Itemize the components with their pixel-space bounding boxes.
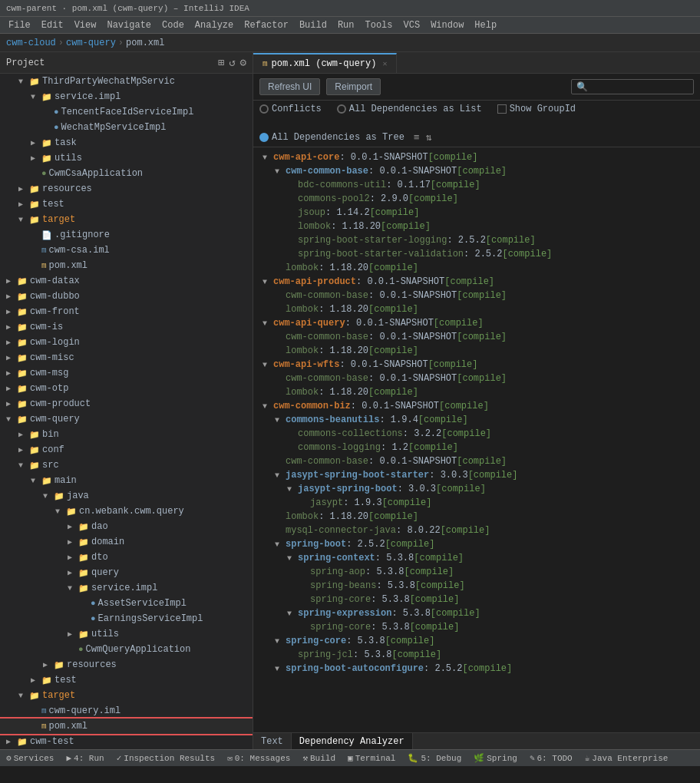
tree-arrow[interactable]: ▼ (31, 93, 41, 101)
tree-item[interactable]: ●WechatMpServiceImpl (0, 120, 253, 135)
dep-tree-item[interactable]: ▼cwm-api-core: 0.0.1-SNAPSHOT [compile] (253, 150, 700, 164)
dep-tree-item[interactable]: bdc-commons-util: 0.1.17 [compile] (253, 178, 700, 192)
dep-arrow[interactable]: ▼ (275, 167, 286, 176)
tree-item[interactable]: ▼📁target (0, 212, 253, 227)
dep-tree-item[interactable]: lombok: 1.18.20 [compile] (253, 344, 700, 358)
refresh-ui-button[interactable]: Refresh UI (259, 78, 320, 95)
tree-arrow[interactable]: ▶ (6, 737, 17, 746)
dep-arrow[interactable]: ▼ (262, 402, 273, 411)
menu-item-refactor[interactable]: Refactor (239, 18, 294, 32)
statusbar-item-inspection[interactable]: ✓Inspection Results (117, 753, 215, 763)
dep-tree-item[interactable]: spring-core: 5.3.8 [compile] (253, 620, 700, 634)
conflicts-radio[interactable] (259, 104, 269, 114)
gear-icon[interactable]: ⚙ (240, 56, 246, 69)
tree-item[interactable]: ▶📁resources (0, 657, 253, 672)
dep-tree-item[interactable]: ▼spring-core: 5.3.8 [compile] (253, 634, 700, 648)
dep-tree-item[interactable]: ▼spring-context: 5.3.8 [compile] (253, 551, 700, 565)
tab-pom-xml[interactable]: m pom.xml (cwm-query) ✕ (253, 53, 397, 73)
statusbar-item-todo[interactable]: ✎6: TODO (530, 753, 573, 763)
tree-arrow[interactable]: ▼ (18, 216, 29, 224)
tree-arrow[interactable]: ▶ (18, 200, 29, 209)
menu-item-edit[interactable]: Edit (36, 18, 69, 32)
show-group-id-checkbox[interactable] (497, 104, 507, 114)
tree-arrow[interactable]: ▼ (18, 692, 29, 700)
dep-arrow[interactable]: ▼ (275, 540, 286, 549)
tree-item[interactable]: mpom.xml (0, 719, 253, 734)
tree-arrow[interactable]: ▶ (6, 292, 17, 301)
dep-tree-item[interactable]: lombok: 1.18.20 [compile] (253, 385, 700, 399)
dep-arrow[interactable]: ▼ (287, 610, 298, 618)
tree-arrow[interactable]: ▼ (31, 477, 41, 485)
tree-arrow[interactable]: ▶ (31, 676, 41, 685)
all-as-tree-option[interactable]: All Dependencies as Tree ≡ ⇅ (259, 131, 694, 144)
tree-arrow[interactable]: ▶ (68, 568, 78, 577)
dep-tree-item[interactable]: cwm-common-base: 0.0.1-SNAPSHOT [compile… (253, 454, 700, 468)
tree-arrow[interactable]: ▼ (18, 78, 29, 86)
statusbar-item-build[interactable]: ⚒Build (302, 753, 335, 763)
tree-arrow[interactable]: ▶ (6, 368, 17, 378)
tree-item[interactable]: ▶📁conf (0, 442, 253, 458)
tab-close-button[interactable]: ✕ (382, 59, 387, 68)
filter-icon-1[interactable]: ≡ (414, 132, 420, 144)
statusbar-item-java-enterprise[interactable]: ☕Java Enterprise (585, 753, 669, 763)
statusbar-item-messages[interactable]: ✉0: Messages (227, 753, 290, 763)
search-input[interactable] (571, 79, 694, 94)
tree-item[interactable]: ▶📁cwm-dubbo (0, 289, 253, 304)
dep-arrow[interactable]: ▼ (275, 471, 286, 480)
dep-tree-item[interactable]: jsoup: 1.14.2 [compile] (253, 206, 700, 220)
tree-item[interactable]: ▼📁cn.webank.cwm.query (0, 504, 253, 519)
dep-tree-item[interactable]: ▼spring-boot: 2.5.2 [compile] (253, 537, 700, 551)
dep-tree-item[interactable]: spring-boot-starter-logging: 2.5.2 [comp… (253, 233, 700, 247)
tree-arrow[interactable]: ▼ (55, 507, 66, 516)
tree-arrow[interactable]: ▶ (18, 445, 29, 454)
dep-arrow[interactable]: ▼ (262, 319, 273, 328)
tree-arrow[interactable]: ▶ (18, 430, 29, 439)
tree-arrow[interactable]: ▶ (43, 660, 54, 669)
tree-arrow[interactable]: ▶ (6, 399, 17, 408)
tree-arrow[interactable]: ▼ (68, 584, 78, 593)
menu-item-build[interactable]: Build (294, 18, 332, 32)
tree-item[interactable]: ▶📁test (0, 197, 253, 212)
tree-item[interactable]: ▶📁task (0, 135, 253, 150)
tree-arrow[interactable]: ▶ (68, 553, 78, 562)
dep-arrow[interactable]: ▼ (275, 665, 286, 673)
tree-item[interactable]: ▶📁cwm-front (0, 304, 253, 319)
menu-item-file[interactable]: File (3, 18, 36, 32)
tree-arrow[interactable]: ▶ (31, 138, 41, 147)
tree-item[interactable]: ▼📁service.impl (0, 89, 253, 104)
dep-tree-item[interactable]: commons-collections: 3.2.2 [compile] (253, 427, 700, 441)
tree-item[interactable]: ▶📁cwm-login (0, 335, 253, 350)
statusbar-item-spring[interactable]: 🌿Spring (474, 753, 517, 763)
menu-item-view[interactable]: View (69, 18, 102, 32)
tree-item[interactable]: ▶📁cwm-datax (0, 273, 253, 289)
tree-item[interactable]: ●CwmQueryApplication (0, 642, 253, 657)
tree-arrow[interactable]: ▶ (6, 353, 17, 362)
dep-arrow[interactable]: ▼ (262, 278, 273, 286)
dep-tree-item[interactable]: ▼spring-boot-autoconfigure: 2.5.2 [compi… (253, 662, 700, 676)
dep-tree-item[interactable]: ▼cwm-common-base: 0.0.1-SNAPSHOT [compil… (253, 164, 700, 178)
refresh-icon[interactable]: ↺ (229, 56, 235, 69)
tree-arrow[interactable]: ▶ (6, 384, 17, 393)
dep-arrow[interactable]: ▼ (287, 554, 298, 563)
dep-tree-item[interactable]: spring-aop: 5.3.8 [compile] (253, 565, 700, 579)
bottom-tab-dep-analyzer[interactable]: Dependency Analyzer (292, 733, 413, 750)
dep-tree-item[interactable]: ▼jasypt-spring-boot: 3.0.3 [compile] (253, 482, 700, 496)
tree-arrow[interactable]: ▶ (68, 629, 78, 639)
tree-item[interactable]: ▼📁main (0, 473, 253, 488)
filter-icon-2[interactable]: ⇅ (426, 131, 432, 144)
tree-item[interactable]: ▶📁utils (0, 150, 253, 166)
show-group-id-option[interactable]: Show GroupId (497, 104, 576, 114)
conflicts-option[interactable]: Conflicts (259, 104, 322, 114)
statusbar-item-services[interactable]: ⚙Services (6, 753, 54, 763)
dep-tree-item[interactable]: jasypt: 1.9.3 [compile] (253, 496, 700, 510)
tree-item[interactable]: ▼📁cwm-query (0, 411, 253, 427)
tree-item[interactable]: ▶📁cwm-msg (0, 365, 253, 381)
breadcrumb-part2[interactable]: cwm-query (66, 38, 116, 48)
tree-item[interactable]: ▼📁ThirdPartyWechatMpServic (0, 74, 253, 89)
menu-item-window[interactable]: Window (425, 18, 469, 32)
dep-tree-item[interactable]: cwm-common-base: 0.0.1-SNAPSHOT [compile… (253, 330, 700, 344)
layout-icon[interactable]: ⊞ (218, 56, 224, 69)
dep-tree-item[interactable]: cwm-common-base: 0.0.1-SNAPSHOT [compile… (253, 372, 700, 385)
dep-tree-item[interactable]: ▼spring-expression: 5.3.8 [compile] (253, 606, 700, 620)
menu-item-code[interactable]: Code (157, 18, 190, 32)
